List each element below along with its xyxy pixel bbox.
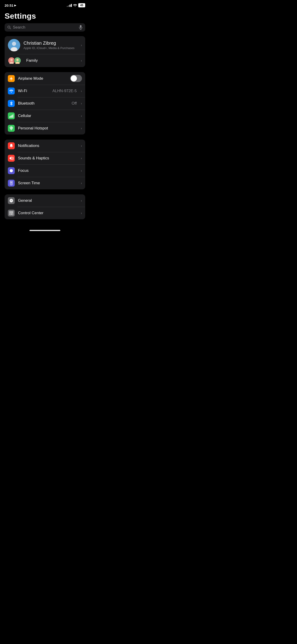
svg-point-28 — [10, 212, 10, 212]
chevron-icon: › — [81, 59, 82, 62]
svg-rect-15 — [10, 116, 10, 118]
family-avatar-2 — [14, 57, 21, 64]
status-bar: 20:51 ▶ 45 — [0, 0, 90, 9]
sounds-icon — [8, 155, 15, 162]
bluetooth-label: Bluetooth — [18, 101, 68, 106]
wifi-row[interactable]: Wi-Fi ALHN-972E-5 › — [4, 85, 85, 97]
screen-time-row[interactable]: Screen Time › — [4, 177, 85, 189]
focus-row[interactable]: Focus › — [4, 164, 85, 177]
svg-point-6 — [12, 42, 16, 46]
svg-point-29 — [12, 212, 13, 212]
chevron-icon: › — [81, 89, 82, 93]
hotspot-icon — [8, 125, 15, 132]
bluetooth-row[interactable]: Bluetooth Off › — [4, 97, 85, 110]
chevron-icon: › — [81, 211, 82, 215]
page-title: Settings — [0, 9, 90, 23]
wifi-value: ALHN-972E-5 — [52, 89, 77, 93]
bluetooth-value: Off — [72, 101, 77, 106]
notifications-icon — [8, 142, 15, 149]
family-row[interactable]: Family › — [4, 54, 85, 67]
time-display: 20:51 — [4, 4, 13, 7]
screen-time-icon — [8, 180, 15, 186]
focus-icon — [8, 167, 15, 174]
profile-info: Christian Zibreg Apple ID, iCloud+, Medi… — [24, 40, 78, 50]
family-label: Family — [26, 58, 78, 63]
family-avatars — [8, 57, 21, 64]
cellular-icon — [8, 112, 15, 119]
sounds-haptics-label: Sounds & Haptics — [18, 156, 78, 160]
svg-rect-23 — [10, 182, 12, 184]
airplane-mode-toggle[interactable] — [70, 75, 82, 82]
wifi-label: Wi-Fi — [18, 89, 49, 93]
notifications-label: Notifications — [18, 144, 78, 148]
sounds-haptics-row[interactable]: Sounds & Haptics › — [4, 152, 85, 164]
battery-icon: 45 — [78, 3, 85, 7]
svg-rect-20 — [11, 130, 12, 130]
signal-icon — [67, 4, 72, 7]
search-bar[interactable] — [4, 23, 85, 32]
svg-marker-21 — [10, 156, 12, 160]
chevron-icon: › — [81, 126, 82, 130]
svg-rect-16 — [10, 116, 11, 118]
personal-hotspot-row[interactable]: Personal Hotspot › — [4, 122, 85, 134]
bluetooth-icon — [8, 100, 15, 107]
microphone-icon[interactable] — [79, 25, 82, 30]
general-label: General — [18, 198, 78, 203]
screen-time-label: Screen Time — [18, 181, 78, 186]
svg-point-19 — [11, 127, 12, 128]
profile-name: Christian Zibreg — [24, 40, 78, 46]
notifications-section: Notifications › Sounds & Haptics › Focus… — [4, 140, 85, 189]
control-center-row[interactable]: Control Center › — [4, 207, 85, 219]
chevron-icon: › — [81, 156, 82, 160]
chevron-icon: › — [81, 144, 82, 148]
airplane-mode-row[interactable]: Airplane Mode — [4, 72, 85, 85]
general-icon — [8, 197, 15, 204]
chevron-icon: › — [81, 102, 82, 105]
svg-rect-17 — [12, 115, 12, 118]
focus-label: Focus — [18, 168, 78, 173]
svg-rect-31 — [12, 214, 13, 214]
control-center-icon — [8, 210, 15, 216]
chevron-icon: › — [81, 199, 82, 202]
airplane-mode-label: Airplane Mode — [18, 76, 67, 81]
svg-rect-30 — [10, 214, 10, 214]
svg-rect-2 — [80, 25, 82, 28]
chevron-icon: › — [81, 181, 82, 185]
profile-row[interactable]: Christian Zibreg Apple ID, iCloud+, Medi… — [4, 36, 85, 54]
status-icons: 45 — [67, 3, 85, 7]
airplane-mode-icon — [8, 75, 15, 82]
notifications-row[interactable]: Notifications › — [4, 140, 85, 152]
chevron-icon: › — [81, 114, 82, 118]
search-icon — [7, 26, 11, 29]
search-input[interactable] — [13, 25, 77, 30]
location-icon: ▶ — [14, 4, 16, 7]
svg-rect-18 — [13, 114, 13, 118]
profile-subtitle: Apple ID, iCloud+, Media & Purchases — [24, 46, 78, 50]
svg-point-10 — [10, 59, 13, 61]
cellular-row[interactable]: Cellular › — [4, 110, 85, 122]
wifi-icon — [8, 88, 15, 94]
svg-line-1 — [10, 28, 11, 29]
home-indicator — [30, 230, 60, 231]
cellular-label: Cellular — [18, 114, 78, 118]
svg-point-13 — [16, 59, 19, 61]
personal-hotspot-label: Personal Hotspot — [18, 126, 78, 130]
wifi-status-icon — [73, 4, 77, 7]
connectivity-section: Airplane Mode Wi-Fi ALHN-972E-5 › Blueto… — [4, 72, 85, 134]
chevron-icon: › — [81, 169, 82, 172]
profile-section: Christian Zibreg Apple ID, iCloud+, Medi… — [4, 36, 85, 67]
status-time-area: 20:51 ▶ — [4, 4, 16, 7]
avatar — [8, 39, 20, 51]
battery-level: 45 — [80, 4, 83, 7]
general-section: General › Control Center › — [4, 194, 85, 219]
general-row[interactable]: General › — [4, 194, 85, 207]
chevron-icon: › — [81, 43, 82, 47]
control-center-label: Control Center — [18, 211, 78, 215]
